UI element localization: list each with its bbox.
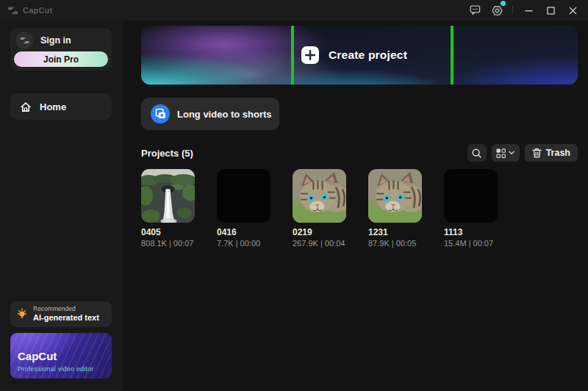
account-card: Sign in Join Pro: [10, 28, 112, 71]
create-project-label: Create project: [329, 49, 407, 62]
sidebar-item-home[interactable]: Home: [10, 93, 112, 120]
project-card: 1113 15.4M | 00:07: [444, 169, 498, 248]
sign-in-button[interactable]: Sign in: [10, 28, 112, 51]
close-button[interactable]: [563, 1, 582, 19]
project-thumbnail-waterfall[interactable]: [141, 169, 195, 223]
minimize-button[interactable]: [519, 1, 538, 19]
recommended-card[interactable]: Recommended AI-generated text: [10, 301, 112, 327]
project-title[interactable]: 1113: [444, 227, 498, 237]
project-thumbnail-cat[interactable]: [293, 169, 346, 223]
grid-view-icon: [496, 148, 506, 158]
home-icon: [20, 101, 32, 112]
project-stats: 15.4M | 00:07: [444, 239, 498, 248]
minimize-icon: [525, 7, 533, 15]
project-stats: 267.9K | 00:04: [293, 239, 346, 248]
search-button[interactable]: [467, 144, 487, 162]
project-stats: 87.9K | 00:05: [368, 239, 422, 248]
titlebar-divider: [512, 6, 513, 15]
project-thumbnail-black[interactable]: [217, 169, 270, 223]
projects-header: Projects (5): [141, 144, 578, 162]
long-video-to-shorts-label: Long video to shorts: [177, 109, 272, 120]
projects-count-title: Projects (5): [141, 148, 193, 159]
project-title[interactable]: 0405: [141, 227, 195, 237]
recommended-label: Recommended: [33, 305, 99, 313]
project-title[interactable]: 0219: [293, 227, 346, 237]
avatar: [15, 32, 33, 49]
recommended-feature: AI-generated text: [33, 313, 99, 323]
settings-button[interactable]: [487, 1, 506, 19]
view-mode-button[interactable]: [492, 144, 520, 162]
trash-icon: [532, 148, 542, 158]
promo-title: CapCut: [18, 350, 57, 362]
titlebar-controls: [465, 0, 588, 21]
project-card: 0416 7.7K | 00:00: [217, 169, 270, 248]
home-label: Home: [40, 101, 66, 112]
trash-label: Trash: [546, 148, 570, 158]
promo-subtitle: Professional video editor: [18, 365, 94, 373]
feedback-icon: [470, 5, 481, 15]
capcut-window: CapCut: [0, 0, 588, 391]
maximize-icon: [547, 7, 555, 15]
project-thumbnail-cat[interactable]: [368, 169, 422, 223]
search-icon: [471, 148, 482, 159]
feedback-button[interactable]: [465, 1, 484, 19]
sidebar: Sign in Join Pro Home Recommended AI-g: [0, 21, 123, 391]
trash-button[interactable]: Trash: [525, 144, 578, 162]
plus-icon: [301, 46, 319, 64]
project-stats: 7.7K | 00:00: [217, 239, 270, 248]
capcut-logo-icon: [7, 7, 18, 15]
capcut-promo-banner[interactable]: CapCut Professional video editor: [10, 333, 112, 379]
close-icon: [569, 7, 577, 15]
titlebar: CapCut: [0, 0, 588, 21]
capcut-avatar-icon: [20, 37, 29, 44]
projects-toolbar: Trash: [467, 144, 578, 162]
project-thumbnail-black[interactable]: [444, 169, 498, 223]
lightbulb-icon: [16, 308, 28, 320]
join-pro-label: Join Pro: [43, 54, 79, 65]
create-project-button[interactable]: Create project: [141, 26, 567, 85]
long-video-to-shorts-button[interactable]: Long video to shorts: [141, 98, 279, 130]
clips-camera-icon: [151, 104, 170, 123]
project-title[interactable]: 0416: [217, 227, 270, 237]
project-card: 0405 808.1K | 00:07: [141, 169, 195, 248]
app-title: CapCut: [23, 6, 52, 15]
app-logo: CapCut: [0, 6, 52, 15]
main-content: Create project Long video to shorts Proj…: [123, 21, 588, 391]
notification-dot: [501, 1, 506, 6]
project-title[interactable]: 1231: [368, 227, 422, 237]
project-card: 1231 87.9K | 00:05: [368, 169, 422, 248]
maximize-button[interactable]: [541, 1, 560, 19]
settings-gear-icon: [492, 5, 503, 16]
create-project-banner[interactable]: Create project: [141, 26, 578, 85]
project-stats: 808.1K | 00:07: [141, 239, 195, 248]
chevron-down-icon: [509, 151, 514, 155]
sign-in-label: Sign in: [40, 35, 71, 46]
join-pro-button[interactable]: Join Pro: [14, 51, 108, 67]
projects-grid: 0405 808.1K | 00:07 0416 7.7K | 00:00: [141, 169, 498, 248]
project-card: 0219 267.9K | 00:04: [293, 169, 346, 248]
